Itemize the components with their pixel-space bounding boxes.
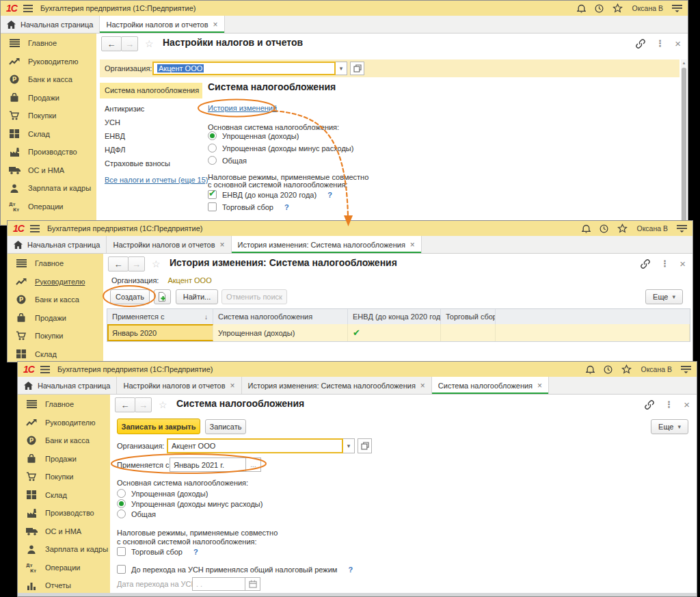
tab[interactable]: Начальная страница × [18,377,117,394]
sidebar-item[interactable]: Р Банк и касса [1,70,96,89]
favorites-icon[interactable] [617,224,628,233]
more-button[interactable]: Еще▾ [651,419,688,434]
pre-usn-checkbox[interactable] [117,565,126,574]
choose-period-button[interactable]: ... [246,457,261,472]
service-menu-icon[interactable] [672,4,682,12]
nav-back-button[interactable]: ← [108,256,129,271]
history-icon[interactable] [600,224,608,233]
dropdown-arrow-icon[interactable]: ▾ [343,438,355,453]
sidebar-item[interactable]: ДтКт Операции [1,198,96,216]
sidebar-item[interactable]: ОС и НМА [1,161,96,180]
sidebar-item[interactable]: Главное [1,34,96,53]
sidebar-item[interactable]: Склад [18,486,110,505]
sidebar-item[interactable]: ОС и НМА [18,522,110,541]
tab-close-icon[interactable]: × [213,20,218,29]
sidebar-item[interactable]: Руководителю [8,273,103,291]
settings-section-item[interactable]: Все налоги и отчеты (еще 15) [100,173,202,187]
cell-tax-system[interactable]: Упрощенная (доходы) [213,324,348,341]
sidebar-item[interactable]: Покупки [1,107,96,125]
user-name[interactable]: Оксана В [636,224,668,233]
dropdown-arrow-icon[interactable]: ▾ [336,62,347,75]
sidebar-item[interactable]: Продажи [1,89,96,107]
nav-back-button[interactable]: ← [115,397,135,412]
settings-section-item[interactable]: Антикризис [100,102,202,116]
close-form-icon[interactable]: × [679,261,686,267]
radio-button[interactable] [208,144,217,152]
tab[interactable]: Настройки налогов и отчетов × [107,236,231,253]
sidebar-item[interactable]: Главное [18,395,110,414]
main-menu-icon[interactable] [40,366,50,373]
radio-option[interactable]: Упрощенная (доходы минус расходы) [208,144,353,152]
sidebar-item[interactable]: Склад [8,345,103,363]
sidebar-item[interactable]: Производство [1,143,96,161]
radio-option[interactable]: Общая [117,509,262,518]
nav-back-button[interactable]: ← [101,36,122,51]
table-row[interactable]: Январь 2020 Упрощенная (доходы) ✔ [107,324,690,341]
radio-button[interactable] [117,509,126,518]
sidebar-item[interactable]: Зарплата и кадры [18,540,110,559]
favorite-star-icon[interactable]: ☆ [152,258,161,269]
radio-option[interactable]: Упрощенная (доходы минус расходы) [117,499,262,508]
checkbox-option[interactable]: Торговый сбор ? [208,202,332,211]
get-link-icon[interactable] [645,400,654,410]
checkbox-option[interactable]: ЕНВД (до конца 2020 года) ? [208,190,332,199]
nav-forward-button[interactable]: → [135,397,152,412]
notifications-icon[interactable] [577,3,586,13]
history-icon[interactable] [595,4,604,13]
notifications-icon[interactable] [582,224,591,233]
tab-close-icon[interactable]: × [537,381,542,390]
help-icon[interactable]: ? [327,191,332,199]
help-icon[interactable]: ? [284,203,289,211]
tab-close-icon[interactable]: × [230,381,235,390]
table-header-cell[interactable]: Торговый сбор [441,309,496,324]
table-header-cell[interactable]: ЕНВД (до конца 2020 года) [348,309,441,324]
radio-option[interactable]: Упрощенная (доходы) [208,131,353,140]
radio-option[interactable]: Общая [208,156,353,165]
settings-section-item[interactable]: ЕНВД [100,129,202,143]
radio-option[interactable]: Упрощенная (доходы) [117,489,262,498]
more-menu-icon[interactable]: ⋮ [660,258,669,269]
settings-section-item[interactable]: УСН [100,116,202,129]
service-menu-icon[interactable] [681,365,691,373]
favorites-icon[interactable] [612,3,623,13]
radio-button[interactable] [208,131,217,140]
create-button[interactable]: Создать [110,289,150,304]
applied-from-input[interactable]: Январь 2021 г. [170,457,246,472]
open-element-button[interactable] [350,62,364,75]
tab[interactable]: Начальная страница × [1,16,100,33]
organization-input[interactable]: Акцент ООО [152,62,336,75]
close-form-icon[interactable]: × [675,40,681,47]
cancel-search-button[interactable]: Отменить поиск [221,289,287,304]
table-header-cell[interactable]: Применяется с ↓ [107,309,213,324]
help-icon[interactable]: ? [348,566,353,574]
trade-fee-option[interactable]: Торговый сбор ? [117,547,198,556]
pre-usn-option[interactable]: До перехода на УСН применялся общий нало… [117,565,353,574]
radio-button[interactable] [117,499,126,508]
favorites-icon[interactable] [621,364,632,374]
more-menu-icon[interactable]: ⋮ [664,399,673,410]
history-link[interactable]: История изменений [208,104,277,112]
tab-close-icon[interactable]: × [420,381,425,390]
tab[interactable]: История изменения: Система налогообложен… [232,236,422,253]
tab[interactable]: История изменения: Система налогообложен… [242,377,432,394]
close-form-icon[interactable]: × [684,401,690,408]
sidebar-item[interactable]: Склад [1,125,96,144]
user-name[interactable]: Оксана В [641,365,672,373]
vertical-scrollbar[interactable]: ▴ [681,59,687,225]
main-menu-icon[interactable] [23,5,33,12]
tab[interactable]: Начальная страница × [8,236,107,253]
calendar-icon[interactable] [245,577,260,591]
sidebar-item[interactable]: Производство [18,504,110,522]
sidebar-item[interactable]: Р Банк и касса [18,432,110,450]
nav-forward-button[interactable]: → [128,256,145,271]
more-button[interactable]: Еще▾ [645,289,683,304]
cell-trade-fee[interactable] [441,324,496,341]
sidebar-item[interactable]: Покупки [8,327,103,345]
transition-date-input[interactable]: . . [192,577,245,591]
radio-button[interactable] [208,156,217,165]
sidebar-item[interactable]: ДтКт Операции [18,559,110,577]
scrollbar-thumb[interactable] [682,68,686,224]
notifications-icon[interactable] [586,364,595,374]
find-button[interactable]: Найти... [176,289,218,304]
sidebar-item[interactable]: Зарплата и кадры [1,179,96,198]
